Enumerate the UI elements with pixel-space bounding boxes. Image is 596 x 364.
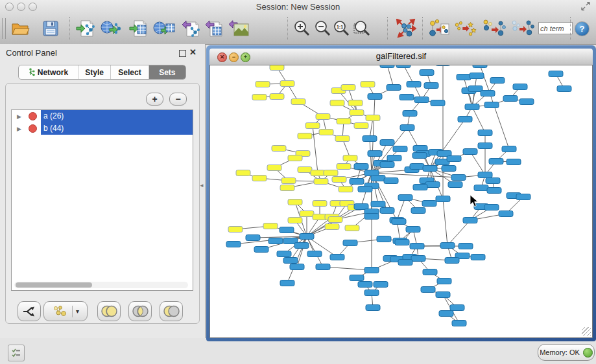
scrollbar-thumb[interactable] — [16, 282, 92, 288]
save-session-button[interactable] — [39, 16, 62, 41]
graph-node[interactable] — [358, 187, 372, 192]
graph-node[interactable] — [325, 224, 339, 230]
graph-node[interactable] — [377, 236, 391, 242]
graph-node[interactable] — [252, 95, 267, 100]
graph-node[interactable] — [458, 117, 472, 122]
graph-node[interactable] — [290, 264, 304, 270]
graph-node[interactable] — [459, 244, 473, 249]
graph-node[interactable] — [228, 227, 243, 233]
graph-node[interactable] — [406, 227, 420, 233]
graph-node[interactable] — [307, 251, 322, 257]
graph-node[interactable] — [354, 164, 368, 170]
graph-node[interactable] — [395, 240, 409, 245]
import-table-url-button[interactable] — [152, 16, 176, 41]
graph-node[interactable] — [280, 280, 294, 286]
graph-node[interactable] — [288, 218, 302, 223]
graph-edge[interactable] — [470, 152, 485, 175]
graph-node[interactable] — [350, 110, 364, 116]
graph-node[interactable] — [392, 219, 406, 225]
graph-node[interactable] — [436, 292, 450, 298]
close-panel-icon[interactable]: ✕ — [189, 47, 197, 57]
tab-network[interactable]: Network — [19, 65, 78, 79]
graph-node[interactable] — [267, 165, 281, 171]
set-label[interactable]: a (26) — [41, 110, 193, 122]
graph-node[interactable] — [311, 170, 325, 176]
help-button[interactable]: ? — [575, 21, 590, 36]
graph-node[interactable] — [270, 65, 284, 71]
graph-node[interactable] — [445, 258, 459, 264]
graph-node[interactable] — [396, 65, 411, 68]
graph-node[interactable] — [298, 133, 312, 139]
hide-selected-button[interactable] — [511, 16, 534, 41]
graph-node[interactable] — [364, 267, 379, 273]
graph-edge[interactable] — [313, 126, 318, 173]
graph-node[interactable] — [490, 78, 505, 84]
graph-node[interactable] — [437, 279, 451, 284]
network-canvas[interactable] — [209, 65, 593, 338]
graph-node[interactable] — [316, 264, 330, 270]
apply-layout-button[interactable] — [394, 16, 418, 41]
graph-edge[interactable] — [443, 199, 447, 245]
graph-node[interactable] — [270, 94, 284, 100]
graph-node[interactable] — [484, 102, 499, 108]
graph-node[interactable] — [468, 86, 483, 92]
graph-node[interactable] — [421, 287, 435, 293]
graph-node[interactable] — [305, 123, 320, 129]
graph-node[interactable] — [393, 146, 407, 152]
graph-node[interactable] — [463, 218, 477, 223]
tab-style[interactable]: Style — [78, 65, 111, 79]
graph-node[interactable] — [313, 201, 327, 207]
graph-node[interactable] — [330, 100, 344, 106]
zoom-selected-button[interactable] — [350, 16, 374, 41]
fullscreen-icon[interactable] — [580, 2, 591, 14]
graph-node[interactable] — [478, 130, 492, 136]
graph-node[interactable] — [412, 153, 427, 159]
graph-node[interactable] — [252, 176, 267, 181]
graph-node[interactable] — [294, 243, 309, 249]
graph-node[interactable] — [410, 164, 424, 170]
export-network-button[interactable] — [180, 16, 203, 41]
graph-node[interactable] — [440, 243, 455, 249]
float-panel-icon[interactable] — [179, 50, 186, 57]
graph-node[interactable] — [387, 85, 401, 91]
graph-node[interactable] — [332, 177, 346, 183]
search-input[interactable] — [538, 22, 573, 34]
graph-node[interactable] — [300, 234, 314, 240]
graph-node[interactable] — [451, 175, 466, 181]
graph-node[interactable] — [335, 136, 350, 142]
graph-node[interactable] — [236, 170, 250, 176]
graph-node[interactable] — [447, 156, 461, 162]
graph-node[interactable] — [348, 100, 363, 106]
graph-node[interactable] — [354, 123, 368, 129]
graph-node[interactable] — [350, 179, 364, 185]
graph-node[interactable] — [364, 290, 379, 296]
graph-node[interactable] — [366, 115, 380, 121]
graph-node[interactable] — [281, 178, 296, 184]
graph-node[interactable] — [283, 258, 298, 264]
graph-edge[interactable] — [447, 220, 470, 245]
graph-node[interactable] — [366, 305, 380, 311]
graph-node[interactable] — [400, 125, 414, 131]
graph-node[interactable] — [364, 214, 379, 220]
graph-node[interactable] — [478, 143, 492, 149]
graph-node[interactable] — [350, 275, 364, 281]
graph-node[interactable] — [280, 81, 294, 87]
remove-set-button[interactable]: − — [169, 93, 187, 106]
graph-node[interactable] — [277, 251, 291, 257]
graph-node[interactable] — [407, 82, 421, 87]
graph-node[interactable] — [516, 194, 530, 200]
new-network-from-selection-button[interactable] — [483, 16, 506, 41]
graph-node[interactable] — [557, 86, 571, 92]
graph-node[interactable] — [246, 235, 260, 241]
graph-node[interactable] — [549, 71, 563, 77]
set-row[interactable]: ▶b (44) — [12, 122, 193, 135]
graph-node[interactable] — [256, 82, 270, 87]
graph-node[interactable] — [288, 199, 302, 205]
graph-node[interactable] — [519, 99, 534, 105]
graph-node[interactable] — [358, 282, 372, 288]
tab-select[interactable]: Select — [111, 65, 149, 79]
graph-edge[interactable] — [472, 107, 485, 133]
graph-node[interactable] — [380, 140, 394, 146]
split-sets-button[interactable] — [18, 301, 41, 321]
graph-node[interactable] — [507, 159, 521, 165]
